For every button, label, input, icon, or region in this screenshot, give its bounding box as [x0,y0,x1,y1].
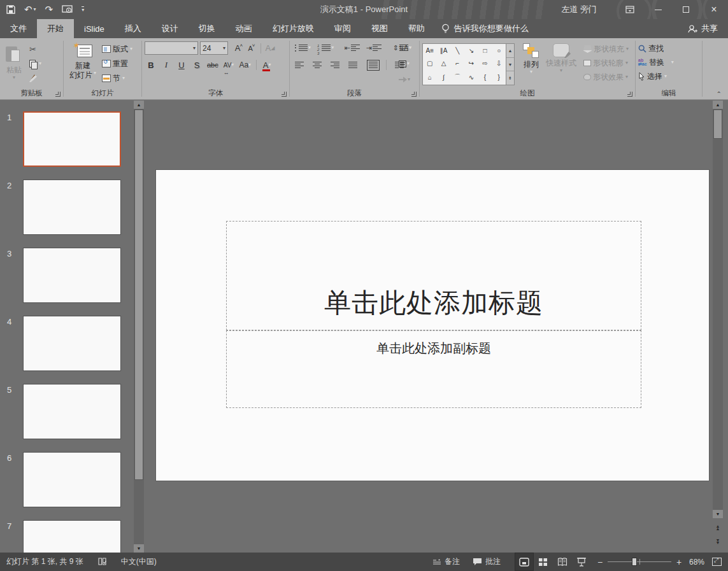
shape-option-6[interactable]: ▢ [423,57,437,69]
shape-option-0[interactable]: A≡ [423,44,437,57]
shape-option-5[interactable]: ○ [492,44,506,57]
slide-number-status[interactable]: 幻灯片 第 1 张, 共 9 张 [6,556,83,567]
strikethrough-button[interactable]: abc [206,59,220,71]
font-name-combo[interactable]: ▾ [145,41,198,55]
shape-option-9[interactable]: ↪ [464,57,478,69]
shape-option-10[interactable]: ⇨ [478,57,492,69]
scrollbar-thumb[interactable] [134,109,143,480]
shape-option-12[interactable]: ⌂ [423,70,437,85]
justify-button[interactable] [346,59,360,71]
slide-thumbnail-6[interactable] [23,452,121,507]
font-size-combo[interactable]: 24▾ [200,41,228,55]
clipboard-dialog-launcher[interactable] [55,92,61,97]
bullets-button[interactable]: ▾ [292,41,313,54]
tab-审阅[interactable]: 审阅 [324,19,361,38]
scrollbar-thumb[interactable] [713,109,722,139]
normal-view-button[interactable] [515,553,534,571]
ribbon-display-options-button[interactable] [616,0,644,19]
arrange-button[interactable]: 排列▾ [520,41,543,87]
undo-button[interactable]: ↶▾ [24,4,36,15]
subtitle-placeholder[interactable]: 单击此处添加副标题 [226,330,641,408]
cut-button[interactable]: ✂ [29,44,41,54]
next-slide-button[interactable]: ▼▼ [713,537,723,546]
shrink-font-button[interactable]: A˅ [245,42,258,55]
shape-effects-button[interactable]: 形状效果▾ [583,72,629,82]
character-spacing-button[interactable]: AV▾ [222,59,236,71]
section-button[interactable]: 节▾ [102,73,132,83]
comments-button[interactable]: 批注 [466,553,507,571]
gallery-up-button[interactable]: ▲ [506,44,514,58]
text-direction-button[interactable]: ⇅A▾ [396,41,414,54]
drawing-dialog-launcher[interactable] [627,92,632,97]
font-color-button[interactable]: A▾ [261,59,273,71]
align-left-button[interactable] [292,59,306,71]
save-button[interactable] [6,5,15,14]
tab-iSlide[interactable]: iSlide [74,19,115,38]
shape-option-14[interactable]: ⌒ [450,70,464,85]
slideshow-view-button[interactable] [572,553,591,571]
scroll-up-button[interactable]: ▲ [134,101,144,109]
slide-sorter-view-button[interactable] [534,553,553,571]
shape-outline-button[interactable]: 形状轮廓▾ [583,58,629,68]
editor-scrollbar[interactable]: ▲ ▼ [713,101,723,518]
close-button[interactable]: × [700,0,728,19]
clear-formatting-button[interactable]: A◢ [264,42,276,55]
tab-幻灯片放映[interactable]: 幻灯片放映 [262,19,324,38]
copy-button[interactable]: ▾ [29,59,41,69]
layout-button[interactable]: 版式▾ [102,44,132,54]
title-placeholder[interactable]: 单击此处添加标题 [226,221,641,330]
format-painter-button[interactable] [29,73,41,83]
redo-button[interactable]: ↷ [45,4,54,15]
shape-option-2[interactable]: ╲ [450,44,464,57]
tab-帮助[interactable]: 帮助 [398,19,435,38]
slide-thumbnail-5[interactable] [23,384,121,439]
spell-check-icon[interactable] [97,557,107,567]
shape-option-16[interactable]: { [478,70,492,85]
reset-button[interactable]: 重置 [102,59,132,69]
select-button[interactable]: 选择 ▾ [638,71,674,81]
tell-me-box[interactable]: 告诉我你想要做什么 [435,19,529,38]
slide-thumbnail-3[interactable] [23,248,121,303]
underline-button[interactable]: U [175,59,188,71]
panel-scrollbar[interactable]: ▲ ▼ [134,101,144,553]
shape-option-11[interactable]: ⇩ [492,57,506,69]
maximize-button[interactable] [672,0,700,19]
tab-文件[interactable]: 文件 [0,19,37,38]
bold-button[interactable]: B [145,59,157,71]
numbering-button[interactable]: 123▾ [315,41,336,54]
shape-option-17[interactable]: } [492,70,506,85]
quick-styles-button[interactable]: 快速样式▾ [543,41,580,87]
paste-button[interactable]: 粘贴▾ [3,41,25,87]
shape-fill-button[interactable]: 形状填充▾ [583,44,629,54]
tab-切换[interactable]: 切换 [189,19,225,38]
zoom-in-button[interactable]: + [675,557,683,567]
slide-thumbnail-2[interactable] [23,180,121,235]
tab-动画[interactable]: 动画 [225,19,262,38]
shape-option-1[interactable]: ∥A [437,44,451,57]
gallery-down-button[interactable]: ▼ [506,58,514,72]
notes-button[interactable]: 备注 [426,553,466,571]
italic-button[interactable]: I [160,59,173,71]
distributed-button[interactable] [366,59,380,71]
scroll-up-button[interactable]: ▲ [713,101,723,109]
replace-button[interactable]: ab⇄ac 替换 ▾ [638,57,674,67]
text-shadow-button[interactable]: S [190,59,203,71]
minimize-button[interactable] [644,0,672,19]
language-status[interactable]: 中文(中国) [121,556,157,567]
shape-option-8[interactable]: ⌐ [450,57,464,69]
tab-设计[interactable]: 设计 [152,19,189,38]
start-slideshow-button[interactable] [62,5,73,14]
grow-font-button[interactable]: A˄ [232,42,245,55]
share-button[interactable]: 共享 [687,19,718,38]
scroll-down-button[interactable]: ▼ [134,544,144,553]
zoom-level[interactable]: 68% [689,558,704,567]
collapse-ribbon-button[interactable]: ⌃ [717,90,722,97]
zoom-slider[interactable] [608,553,671,571]
slide-thumbnail-1[interactable] [23,111,121,167]
shapes-gallery[interactable]: A≡∥A╲↘□○▢△⌐↪⇨⇩⌂∫⌒∿{} [422,43,506,85]
increase-indent-button[interactable]: ⇥ [364,41,384,54]
paragraph-dialog-launcher[interactable] [411,92,417,97]
fit-slide-to-window-button[interactable] [712,558,722,566]
change-case-button[interactable]: Aa▾ [238,59,252,71]
find-button[interactable]: 查找 [638,43,674,53]
